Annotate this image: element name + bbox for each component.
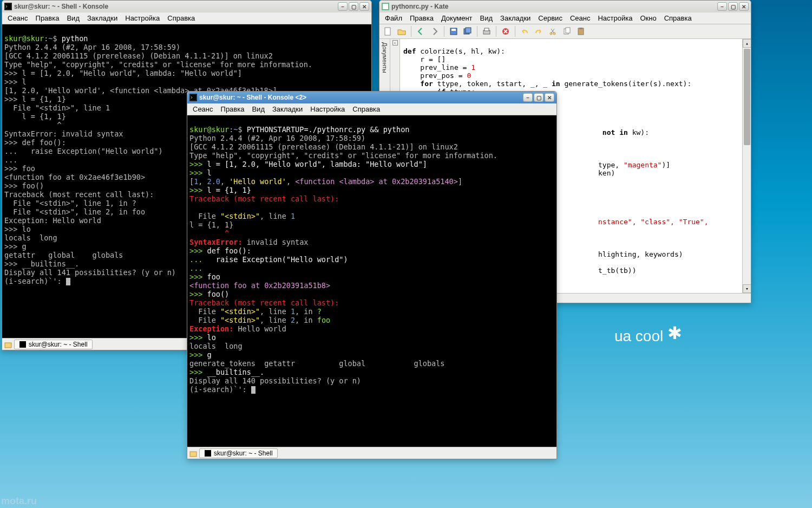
menu-settings[interactable]: Настройка [122, 14, 163, 23]
minimize-button[interactable]: – [338, 2, 348, 11]
konsole1-title: skur@skur: ~ - Shell - Konsole [14, 3, 338, 10]
copy-icon[interactable] [561, 25, 573, 37]
save-all-icon[interactable] [462, 25, 474, 37]
new-tab-icon[interactable] [4, 341, 12, 348]
svg-rect-6 [466, 28, 471, 33]
maximize-button[interactable]: ▢ [728, 2, 738, 11]
svg-rect-22 [190, 452, 197, 457]
terminal-app-icon [4, 3, 12, 10]
scroll-up-icon[interactable]: ▴ [743, 39, 751, 48]
menu-session[interactable]: Сеанс [189, 105, 217, 114]
menu-file[interactable]: Файл [382, 14, 405, 23]
minimize-button[interactable]: – [523, 93, 533, 102]
menu-view[interactable]: Вид [477, 14, 496, 23]
maximize-button[interactable]: ▢ [534, 93, 543, 102]
konsole2-title: skur@skur: ~ - Shell - Konsole <2> [199, 94, 523, 101]
svg-rect-1 [383, 4, 388, 9]
svg-rect-13 [566, 28, 570, 33]
menu-help[interactable]: Справка [349, 105, 383, 114]
scroll-thumb[interactable] [744, 49, 750, 145]
menu-view[interactable]: Вид [248, 105, 268, 114]
svg-rect-18 [5, 343, 11, 348]
terminal-tab-icon [19, 341, 27, 348]
website-watermark: mota.ru [1, 496, 37, 507]
konsole2-menubar: Сеанс Правка Вид Закладки Настройка Спра… [187, 103, 556, 115]
kate-title: pythonrc.py - Kate [391, 3, 717, 10]
menu-document[interactable]: Документ [438, 14, 476, 23]
separator-icon [496, 26, 496, 37]
menu-help[interactable]: Справка [164, 14, 198, 23]
menu-settings[interactable]: Настройка [307, 105, 348, 114]
menu-edit[interactable]: Правка [32, 14, 63, 23]
close-button[interactable]: ✕ [545, 93, 554, 102]
svg-rect-19 [19, 341, 26, 348]
svg-rect-15 [579, 28, 582, 29]
konsole2-terminal[interactable]: skur@skur:~$ PYTHONSTARTUP=./pythonrc.py… [187, 115, 556, 447]
tab-label: skur@skur: ~ - Shell [29, 341, 88, 348]
konsole1-menubar: Сеанс Правка Вид Закладки Настройка Спра… [2, 12, 371, 24]
save-icon[interactable] [448, 25, 460, 37]
paste-icon[interactable] [575, 25, 587, 37]
forward-icon[interactable] [429, 25, 441, 37]
kate-vertical-scrollbar[interactable]: ▴ ▾ [742, 39, 751, 293]
separator-icon [515, 26, 515, 37]
svg-rect-23 [205, 450, 211, 457]
menu-bookmarks[interactable]: Закладки [497, 14, 534, 23]
new-tab-icon[interactable] [189, 450, 197, 457]
svg-rect-2 [385, 28, 390, 35]
undo-icon[interactable] [519, 25, 531, 37]
menu-window[interactable]: Окно [637, 14, 659, 23]
svg-rect-4 [451, 29, 456, 31]
konsole2-window: skur@skur: ~ - Shell - Konsole <2> – ▢ ✕… [187, 91, 557, 459]
terminal-tab-icon [204, 450, 212, 457]
maximize-button[interactable]: ▢ [349, 2, 358, 11]
menu-edit[interactable]: Правка [407, 14, 437, 23]
minimize-button[interactable]: – [717, 2, 727, 11]
menu-service[interactable]: Сервис [535, 14, 566, 23]
separator-icon [477, 26, 477, 37]
kate-toolbar [379, 24, 751, 39]
konsole2-titlebar[interactable]: skur@skur: ~ - Shell - Konsole <2> – ▢ ✕ [187, 92, 556, 103]
scroll-down-icon[interactable]: ▾ [743, 284, 751, 293]
open-file-icon[interactable] [396, 25, 408, 37]
menu-view[interactable]: Вид [63, 14, 83, 23]
menu-edit[interactable]: Правка [218, 105, 248, 114]
new-file-icon[interactable] [382, 25, 394, 37]
svg-rect-17 [5, 4, 11, 9]
konsole1-tab[interactable]: skur@skur: ~ - Shell [14, 340, 93, 349]
separator-icon [411, 26, 411, 37]
close-button[interactable]: ✕ [359, 2, 369, 11]
konsole2-statusbar: skur@skur: ~ - Shell [187, 447, 556, 459]
menu-bookmarks[interactable]: Закладки [84, 14, 121, 23]
cut-icon[interactable] [547, 25, 559, 37]
menu-help[interactable]: Справка [661, 14, 695, 23]
svg-rect-21 [191, 95, 196, 100]
konsole2-tab[interactable]: skur@skur: ~ - Shell [199, 448, 278, 458]
svg-rect-8 [484, 28, 489, 31]
redo-icon[interactable] [533, 25, 545, 37]
close-doc-icon[interactable] [500, 25, 512, 37]
tab-label: skur@skur: ~ - Shell [214, 450, 273, 457]
back-icon[interactable] [415, 25, 427, 37]
close-button[interactable]: ✕ [739, 2, 749, 11]
kate-titlebar[interactable]: pythonrc.py - Kate – ▢ ✕ [379, 1, 751, 12]
menu-session[interactable]: Сеанс [4, 14, 31, 23]
menu-session[interactable]: Сеанс [567, 14, 594, 23]
kate-menubar: Файл Правка Документ Вид Закладки Сервис… [379, 12, 751, 24]
menu-bookmarks[interactable]: Закладки [269, 105, 306, 114]
konsole1-titlebar[interactable]: skur@skur: ~ - Shell - Konsole – ▢ ✕ [2, 1, 371, 12]
desktop-brand-text: ua cool ✱ [614, 325, 682, 346]
terminal-cursor [251, 386, 256, 394]
kate-app-icon [382, 3, 389, 10]
separator-icon [444, 26, 444, 37]
terminal-cursor [66, 278, 70, 285]
menu-settings[interactable]: Настройка [594, 14, 636, 23]
print-icon[interactable] [481, 25, 493, 37]
fold-marker-icon[interactable]: - [392, 40, 398, 45]
terminal-app-icon [189, 94, 197, 101]
